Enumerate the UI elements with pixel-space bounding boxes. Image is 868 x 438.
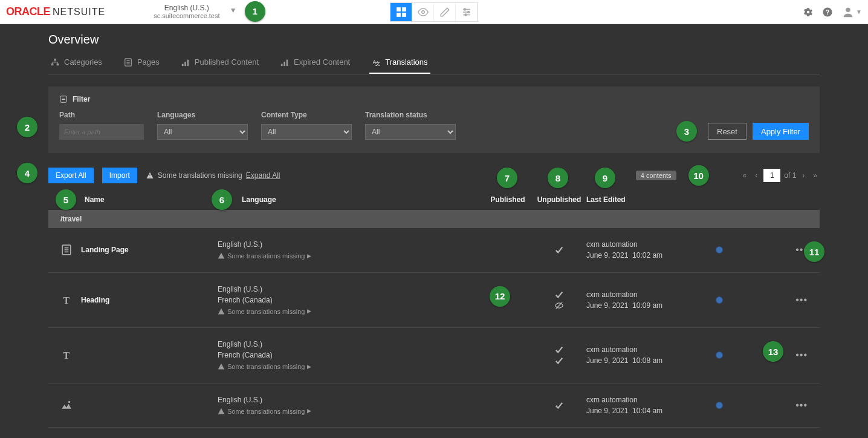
top-right-controls: ? ▼ bbox=[803, 5, 862, 19]
table-toolbar: 4 Export All Import Some translations mi… bbox=[48, 165, 820, 186]
status-dot-icon bbox=[716, 351, 723, 359]
top-pager: 4 contents 10 « ‹ of 1 › » bbox=[636, 165, 820, 186]
apply-filter-button[interactable]: Apply Filter bbox=[753, 123, 809, 140]
filter-translation-status: Translation status All bbox=[365, 111, 456, 140]
row-more-button[interactable]: ••• bbox=[795, 400, 808, 411]
svg-point-42 bbox=[68, 400, 70, 402]
row-more-button[interactable]: ••• bbox=[795, 295, 808, 306]
settings-sliders-button[interactable] bbox=[456, 3, 478, 21]
pager-first-icon[interactable]: « bbox=[740, 171, 750, 180]
missing-translations-sub[interactable]: Some translations missing ▶ bbox=[218, 362, 484, 372]
locale-domain: sc.suitecommerce.test bbox=[154, 12, 219, 20]
svg-text:T: T bbox=[63, 350, 70, 361]
filter-content-type-label: Content Type bbox=[261, 111, 352, 119]
pager-prev-icon[interactable]: ‹ bbox=[753, 171, 760, 180]
chevron-down-icon: ▼ bbox=[856, 8, 862, 15]
status-dot-icon bbox=[716, 402, 723, 409]
row-last-edited: cxm automationJune 9, 2021 10:02 am bbox=[586, 239, 707, 261]
svg-rect-16 bbox=[57, 63, 59, 65]
filter-header[interactable]: Filter bbox=[59, 95, 809, 103]
locale-selector[interactable]: English (U.S.) sc.suitecommerce.test ▼ 1 bbox=[154, 4, 219, 21]
page-header: Overview Categories Pages Published Cont… bbox=[0, 24, 868, 74]
tab-pages[interactable]: Pages bbox=[121, 53, 162, 74]
filter-languages: Languages All bbox=[157, 111, 248, 140]
status-select[interactable]: All bbox=[365, 124, 456, 140]
content-count-badge: 4 contents bbox=[636, 171, 676, 180]
filter-path-label: Path bbox=[59, 111, 144, 119]
text-icon: T bbox=[60, 295, 73, 306]
row-name-text: Heading bbox=[81, 296, 109, 304]
col-name[interactable]: Name bbox=[85, 195, 105, 204]
import-button[interactable]: Import bbox=[102, 168, 137, 183]
export-all-button[interactable]: Export All bbox=[48, 168, 94, 183]
annotation-bubble-7: 7 bbox=[497, 168, 517, 188]
check-icon bbox=[555, 290, 563, 299]
tab-categories[interactable]: Categories bbox=[48, 53, 105, 74]
row-more-button[interactable]: ••• bbox=[795, 350, 808, 361]
table-row[interactable]: 12THeadingEnglish (U.S.)French (Canada)S… bbox=[48, 273, 820, 328]
table-row[interactable]: 11Landing PageEnglish (U.S.)Some transla… bbox=[48, 228, 820, 273]
missing-translations-sub[interactable]: Some translations missing ▶ bbox=[218, 307, 484, 317]
annotation-bubble-3: 3 bbox=[676, 121, 697, 142]
svg-rect-28 bbox=[281, 64, 283, 66]
user-menu[interactable]: ▼ bbox=[841, 5, 862, 19]
filter-path: Path bbox=[59, 111, 144, 140]
col-published[interactable]: Published bbox=[490, 195, 525, 204]
expand-all-link[interactable]: Expand All bbox=[246, 171, 280, 180]
table-row[interactable]: 13TEnglish (U.S.)French (Canada)Some tra… bbox=[48, 328, 820, 384]
hidden-icon bbox=[555, 301, 563, 310]
svg-point-9 bbox=[467, 11, 469, 13]
content-type-select[interactable]: All bbox=[261, 124, 352, 140]
column-headers: 5 Name 6 Language 7 Published 8 Unpublis… bbox=[48, 193, 820, 210]
languages-select[interactable]: All bbox=[157, 124, 248, 140]
svg-point-4 bbox=[421, 10, 424, 13]
svg-rect-26 bbox=[184, 62, 186, 66]
tab-translations[interactable]: A文 Translations bbox=[369, 53, 430, 74]
pager-last-icon[interactable]: » bbox=[811, 171, 820, 180]
help-icon[interactable]: ? bbox=[822, 7, 833, 18]
svg-rect-1 bbox=[402, 7, 406, 11]
svg-rect-25 bbox=[182, 64, 184, 66]
row-last-edited: cxm automationJune 9, 2021 10:09 am bbox=[586, 289, 707, 311]
missing-translations-note: Some translations missing Expand All bbox=[146, 171, 280, 180]
svg-rect-29 bbox=[283, 62, 285, 66]
svg-rect-15 bbox=[51, 63, 54, 65]
table-row[interactable]: English (U.S.)Some translations missing … bbox=[48, 384, 820, 428]
grid-view-button[interactable] bbox=[390, 3, 412, 21]
row-languages: English (U.S.)Some translations missing … bbox=[218, 394, 484, 417]
status-dot-icon bbox=[716, 296, 723, 304]
row-languages: English (U.S.)French (Canada)Some transl… bbox=[218, 339, 484, 372]
bottom-pager: « ‹ of 1 › » bbox=[48, 435, 820, 438]
tabs: Categories Pages Published Content Expir… bbox=[48, 53, 820, 74]
svg-rect-27 bbox=[187, 59, 189, 66]
check-icon bbox=[555, 345, 563, 354]
path-input[interactable] bbox=[59, 124, 144, 140]
text-icon: T bbox=[60, 350, 73, 361]
pager-page-input[interactable] bbox=[763, 169, 780, 182]
svg-rect-30 bbox=[287, 59, 288, 66]
tab-published-content[interactable]: Published Content bbox=[179, 53, 261, 74]
col-unpublished[interactable]: Unpublished bbox=[537, 195, 581, 204]
status-dot-icon bbox=[716, 246, 723, 253]
svg-text:T: T bbox=[63, 295, 70, 305]
missing-translations-sub[interactable]: Some translations missing ▶ bbox=[218, 251, 484, 261]
page-title: Overview bbox=[48, 33, 820, 47]
annotation-bubble-8: 8 bbox=[548, 168, 568, 188]
svg-rect-0 bbox=[397, 7, 401, 11]
row-last-edited: cxm automationJune 9, 2021 10:04 am bbox=[586, 394, 707, 416]
logo-netsuite: NETSUITE bbox=[53, 7, 105, 18]
gear-icon[interactable] bbox=[803, 7, 814, 18]
preview-button[interactable] bbox=[412, 3, 434, 21]
annotation-bubble-9: 9 bbox=[595, 168, 615, 188]
annotation-bubble-10: 10 bbox=[688, 165, 709, 186]
missing-translations-sub[interactable]: Some translations missing ▶ bbox=[218, 407, 484, 417]
col-language[interactable]: Language bbox=[242, 195, 276, 204]
reset-button[interactable]: Reset bbox=[708, 123, 747, 140]
group-row[interactable]: /travel bbox=[48, 210, 820, 228]
edit-button[interactable] bbox=[434, 3, 456, 21]
row-last-edited: cxm automationJune 9, 2021 10:08 am bbox=[586, 344, 707, 366]
pager-next-icon[interactable]: › bbox=[800, 171, 807, 180]
tab-expired-content[interactable]: Expired Content bbox=[278, 53, 352, 74]
col-last-edited[interactable]: Last Edited bbox=[586, 195, 626, 204]
tab-label: Categories bbox=[64, 57, 102, 67]
